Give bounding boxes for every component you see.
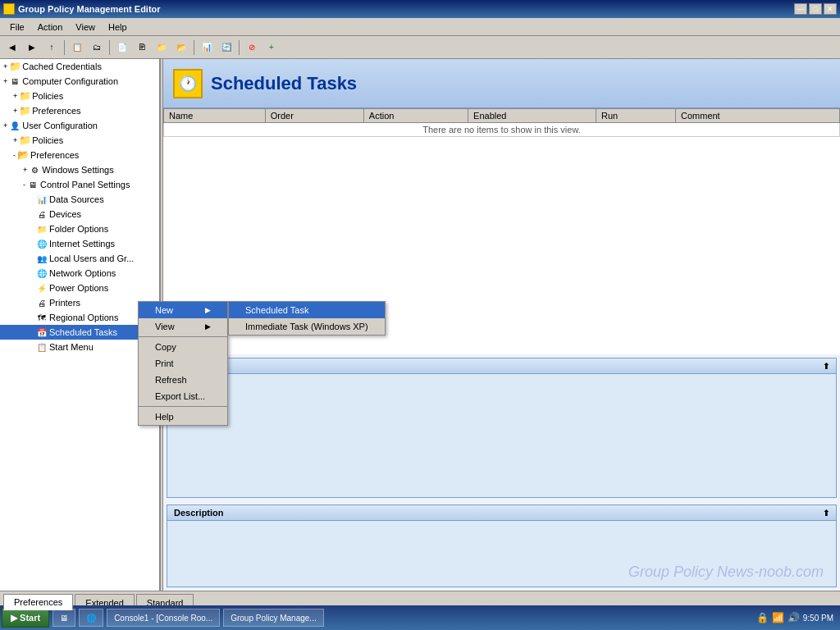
ctx-item-view[interactable]: View ▶ xyxy=(139,318,227,335)
tree-label: User Configuration xyxy=(22,121,98,130)
folder-icon: 📁 xyxy=(19,105,30,116)
title-bar: Group Policy Management Editor — □ ✕ xyxy=(0,0,840,18)
delete-button[interactable]: ⊘ xyxy=(243,39,261,57)
tree-item-policies-1[interactable]: + 📁 Policies xyxy=(0,89,159,103)
system-clock: 9:50 PM xyxy=(803,614,833,623)
toolbar-sep-2 xyxy=(109,40,110,55)
context-menu: New ▶ View ▶ Copy Print Refresh Export L… xyxy=(138,301,228,426)
tree-item-internet-settings[interactable]: 🌐 Internet Settings xyxy=(0,236,159,251)
menu-view[interactable]: View xyxy=(69,21,102,34)
menu-action[interactable]: Action xyxy=(31,21,70,34)
col-action[interactable]: Action xyxy=(363,109,468,123)
tree-item-preferences-2[interactable]: - 📂 Preferences xyxy=(0,148,159,162)
tree-label: Windows Settings xyxy=(42,165,113,175)
tree-label: Cached Credentials xyxy=(22,62,102,71)
submenu-item-immediate-task[interactable]: Immediate Task (Windows XP) xyxy=(229,318,385,335)
header-icon-symbol: 🕐 xyxy=(179,75,197,93)
menu-help[interactable]: Help xyxy=(102,21,134,34)
main-layout: + 📁 Cached Credentials + 🖥 Computer Conf… xyxy=(0,59,840,591)
close-button[interactable]: ✕ xyxy=(824,3,837,15)
col-run[interactable]: Run xyxy=(596,109,676,123)
tree-item-cached-credentials[interactable]: + 📁 Cached Credentials xyxy=(0,59,159,74)
submenu-item-scheduled-task[interactable]: Scheduled Task xyxy=(229,302,385,318)
expand-icon[interactable]: + xyxy=(3,62,7,71)
title-bar-controls: — □ ✕ xyxy=(794,3,837,15)
tree-item-devices[interactable]: 🖨 Devices xyxy=(0,207,159,221)
up-button[interactable]: ↑ xyxy=(43,39,61,57)
toolbar-btn-3[interactable]: 📄 xyxy=(113,39,131,57)
ctx-item-print[interactable]: Print xyxy=(139,355,227,372)
refresh-button[interactable]: 🔄 xyxy=(217,39,235,57)
add-button[interactable]: + xyxy=(262,39,281,57)
expand-icon[interactable]: + xyxy=(13,107,17,115)
expand-icon[interactable]: + xyxy=(3,121,7,130)
tab-preferences[interactable]: Preferences xyxy=(3,594,73,610)
taskbar-icon-2[interactable]: 🌐 xyxy=(79,609,103,627)
col-order[interactable]: Order xyxy=(265,109,363,123)
folder-icon: 📂 xyxy=(17,149,29,161)
tree-item-policies-2[interactable]: + 📁 Policies xyxy=(0,133,159,148)
toolbar: ◀ ▶ ↑ 📋 🗂 📄 🖹 📁 📂 📊 🔄 ⊘ + xyxy=(0,36,840,59)
collapse-icon-2[interactable]: ⬆ xyxy=(823,509,829,518)
col-name[interactable]: Name xyxy=(164,109,266,123)
tree-item-data-sources[interactable]: 📊 Data Sources xyxy=(0,192,159,207)
tree-item-windows-settings[interactable]: + ⚙ Windows Settings xyxy=(0,162,159,177)
ctx-item-refresh[interactable]: Refresh xyxy=(139,372,227,388)
ctx-item-export[interactable]: Export List... xyxy=(139,388,227,404)
title-bar-left: Group Policy Management Editor xyxy=(3,3,161,15)
taskbar-console[interactable]: Console1 - [Console Roo... xyxy=(107,609,220,627)
col-comment[interactable]: Comment xyxy=(676,109,840,123)
ctx-item-help[interactable]: Help xyxy=(139,409,227,425)
taskbar-tray: 🔒 📶 🔊 9:50 PM xyxy=(756,612,840,623)
printers-icon: 🖨 xyxy=(36,297,48,308)
processing-panel-header: Processing ⬆ xyxy=(167,358,836,374)
collapse-icon[interactable]: ⬆ xyxy=(823,362,829,371)
start-button[interactable]: ▶ Start xyxy=(2,608,49,628)
forward-button[interactable]: ▶ xyxy=(23,39,41,57)
tree-label: Local Users and Gr... xyxy=(49,253,134,263)
toolbar-btn-6[interactable]: 📂 xyxy=(172,39,190,57)
toolbar-btn-2[interactable]: 🗂 xyxy=(88,39,106,57)
expand-icon[interactable]: + xyxy=(13,92,17,100)
toolbar-btn-5[interactable]: 📁 xyxy=(153,39,171,57)
tray-volume-icon: 🔊 xyxy=(788,612,800,623)
ctx-print-label: Print xyxy=(155,358,174,368)
menu-file[interactable]: File xyxy=(3,21,31,34)
show-hide-button[interactable]: 📋 xyxy=(68,39,86,57)
taskbar-gp[interactable]: Group Policy Manage... xyxy=(223,609,324,627)
toolbar-btn-4[interactable]: 🖹 xyxy=(133,39,151,57)
content-header-icon: 🕐 xyxy=(173,69,203,98)
tree-item-folder-options[interactable]: 📁 Folder Options xyxy=(0,221,159,236)
watermark: Group Policy News-noob.com xyxy=(628,564,824,581)
taskbar: ▶ Start 🖥 🌐 Console1 - [Console Roo... G… xyxy=(0,605,840,630)
ctx-item-copy[interactable]: Copy xyxy=(139,339,227,355)
expand-icon[interactable]: + xyxy=(3,77,7,85)
restore-button[interactable]: □ xyxy=(809,3,822,15)
menu-bar: File Action View Help xyxy=(0,18,840,36)
export-button[interactable]: 📊 xyxy=(198,39,216,57)
tree-item-control-panel[interactable]: - 🖥 Control Panel Settings xyxy=(0,177,159,192)
tree-item-preferences-1[interactable]: + 📁 Preferences xyxy=(0,103,159,118)
tree-item-start-menu[interactable]: 📋 Start Menu xyxy=(0,340,159,354)
tree-item-user-config[interactable]: + 👤 User Configuration xyxy=(0,118,159,133)
tree-item-regional[interactable]: 🗺 Regional Options xyxy=(0,310,159,325)
expand-icon[interactable]: + xyxy=(23,166,27,174)
ctx-item-new[interactable]: New ▶ xyxy=(139,302,227,318)
tree-item-power-options[interactable]: ⚡ Power Options xyxy=(0,281,159,295)
expand-icon[interactable]: + xyxy=(13,136,17,144)
tree-label: Data Sources xyxy=(49,194,104,204)
minimize-button[interactable]: — xyxy=(794,3,807,15)
folder-icon: 📁 xyxy=(9,61,21,72)
expand-icon[interactable]: - xyxy=(13,151,16,159)
back-button[interactable]: ◀ xyxy=(3,39,21,57)
taskbar-icon-1[interactable]: 🖥 xyxy=(52,609,75,627)
empty-message: There are no items to show in this view. xyxy=(164,123,840,137)
tree-item-computer-config[interactable]: + 🖥 Computer Configuration xyxy=(0,74,159,89)
tree-item-printers[interactable]: 🖨 Printers xyxy=(0,295,159,310)
expand-icon[interactable]: - xyxy=(23,180,25,189)
tree-item-scheduled-tasks[interactable]: 📅 Scheduled Tasks xyxy=(0,325,159,340)
tree-item-network-options[interactable]: 🌐 Network Options xyxy=(0,266,159,281)
col-enabled[interactable]: Enabled xyxy=(468,109,596,123)
tree-item-local-users[interactable]: 👥 Local Users and Gr... xyxy=(0,251,159,266)
internet-icon: 🌐 xyxy=(36,238,48,249)
